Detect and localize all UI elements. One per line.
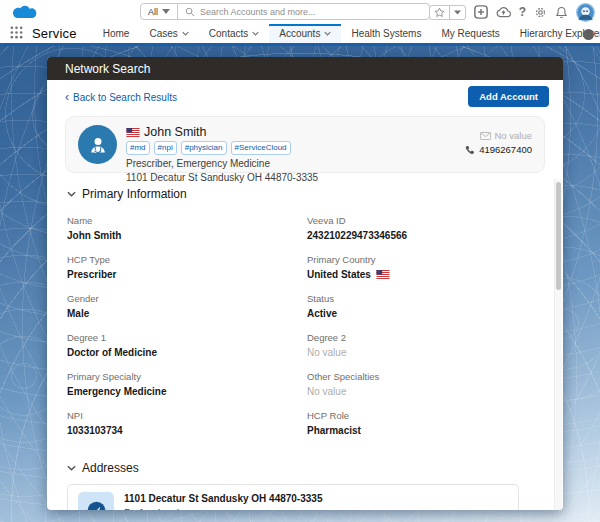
us-flag-icon <box>376 270 390 279</box>
chevron-down-icon <box>67 191 76 197</box>
field-value-text: Pharmacist <box>307 425 361 436</box>
help-icon[interactable]: ? <box>519 6 526 18</box>
addresses-section-toggle[interactable]: Addresses <box>67 461 529 475</box>
contact-summary-card: John Smith #md#npi#physician#ServiceClou… <box>65 116 545 173</box>
field-value-text: 1033103734 <box>67 425 123 436</box>
field-value-text: No value <box>307 347 346 358</box>
contact-email-value: No value <box>495 130 533 141</box>
contact-main: John Smith #md#npi#physician#ServiceClou… <box>126 125 318 164</box>
address-card: 1101 Decatur St Sandusky OH 44870-3335 P… <box>67 484 519 510</box>
field-label: Other Specialties <box>307 371 529 382</box>
favorites-group <box>429 5 466 20</box>
favorites-star-icon[interactable] <box>430 7 449 18</box>
contact-phone-value: 4196267400 <box>479 144 532 155</box>
field-value: Pharmacist <box>307 425 529 436</box>
address-compass-icon <box>78 492 114 510</box>
field-value-text: Active <box>307 308 337 319</box>
search-scope-dropdown[interactable]: All <box>141 4 178 19</box>
field-label: HCP Type <box>67 254 289 265</box>
scrollbar-thumb[interactable] <box>556 182 561 290</box>
field-value: Emergency Medicine <box>67 386 289 397</box>
tag-badge: #md <box>126 141 150 155</box>
search-icon <box>185 7 195 17</box>
setup-gear-icon[interactable] <box>534 6 547 19</box>
field-label: Gender <box>67 293 289 304</box>
field-label: Name <box>67 215 289 226</box>
search-scope-label: All <box>148 7 158 17</box>
user-avatar[interactable] <box>576 3 595 22</box>
field: HCP Type Prescriber <box>67 254 289 280</box>
address-type: Professional <box>124 507 322 511</box>
field-value-text: Prescriber <box>67 269 116 280</box>
salesforce-logo-icon <box>9 2 40 22</box>
favorites-caret-icon[interactable] <box>449 6 465 19</box>
guidance-center-icon[interactable] <box>496 6 511 18</box>
field-value: Male <box>67 308 289 319</box>
chevron-left-icon: ‹ <box>65 91 69 103</box>
global-header: All ? <box>0 0 600 24</box>
nav-tab[interactable]: Contacts <box>199 24 269 43</box>
field: Veeva ID 243210229473346566 <box>307 215 529 241</box>
address-text: 1101 Decatur St Sandusky OH 44870-3335 <box>124 492 322 507</box>
field-label: NPI <box>67 410 289 421</box>
primary-information-fields: Name John Smith Veeva ID 243210229473346… <box>67 215 529 449</box>
chevron-down-icon[interactable] <box>324 31 331 36</box>
chevron-down-icon[interactable] <box>252 31 259 36</box>
nav-tab[interactable]: Home <box>93 24 140 43</box>
tag-badge: #physician <box>181 141 227 155</box>
field-label: HCP Role <box>307 410 529 421</box>
contact-tags: #md#npi#physician#ServiceCloud <box>126 141 318 155</box>
field-value: No value <box>307 386 529 397</box>
notification-bell-icon[interactable] <box>555 6 568 19</box>
address-list: 1101 Decatur St Sandusky OH 44870-3335 P… <box>67 484 529 510</box>
field-value: Doctor of Medicine <box>67 347 289 358</box>
us-flag-icon <box>126 128 140 137</box>
tag-badge: #npi <box>154 141 177 155</box>
quick-add-icon[interactable] <box>474 5 488 19</box>
primary-information-section-toggle[interactable]: Primary Information <box>67 187 529 201</box>
nav-tab[interactable]: My Requests <box>431 24 509 43</box>
field-value-text: Doctor of Medicine <box>67 347 157 358</box>
contact-quick-info: No value 4196267400 <box>465 130 532 155</box>
envelope-icon <box>480 132 491 140</box>
search-input[interactable] <box>200 7 422 17</box>
field: HCP Role Pharmacist <box>307 410 529 436</box>
back-link-label: Back to Search Results <box>73 92 177 103</box>
nav-tab[interactable]: Health Systems <box>341 24 431 43</box>
scrollbar-track[interactable] <box>554 179 562 510</box>
field-value: United States <box>307 269 529 280</box>
field-value: Active <box>307 308 529 319</box>
field: Primary Specialty Emergency Medicine <box>67 371 289 397</box>
chevron-down-icon[interactable] <box>182 31 189 36</box>
search-input-wrap <box>178 4 429 19</box>
field-value: No value <box>307 347 529 358</box>
app-launcher-icon[interactable] <box>10 25 23 43</box>
field: Name John Smith <box>67 215 289 241</box>
field-label: Degree 1 <box>67 332 289 343</box>
nav-tab[interactable]: Cases <box>139 24 198 43</box>
add-account-button[interactable]: Add Account <box>468 86 549 107</box>
back-to-search-results-link[interactable]: ‹ Back to Search Results <box>65 91 177 103</box>
nav-tabs: Home Cases Contacts Accounts <box>93 24 600 43</box>
panel-toolbar: ‹ Back to Search Results Add Account <box>47 80 563 114</box>
nav-tab-label: Home <box>103 28 130 39</box>
detail-scroll-area: Primary Information Name John Smith <box>47 179 563 510</box>
section-heading-label: Primary Information <box>82 187 187 201</box>
field-value-text: John Smith <box>67 230 121 241</box>
field: Primary Country United States <box>307 254 529 280</box>
field: Degree 2 No value <box>307 332 529 358</box>
contact-role-line: Prescriber, Emergency Medicine <box>126 157 318 171</box>
nav-personalization-icon[interactable] <box>583 29 594 40</box>
nav-tab-label: My Requests <box>441 28 499 39</box>
field-value-text: No value <box>307 386 346 397</box>
header-utility-icons: ? <box>429 2 595 22</box>
chevron-down-icon <box>162 9 170 14</box>
desktop-background: { "header": { "search_scope": "All", "se… <box>0 0 600 522</box>
field-value: John Smith <box>67 230 289 241</box>
field-label: Status <box>307 293 529 304</box>
nav-tab-label: Accounts <box>279 28 320 39</box>
nav-tab[interactable]: Accounts <box>269 24 341 43</box>
field: Gender Male <box>67 293 289 319</box>
field-label: Primary Country <box>307 254 529 265</box>
field: NPI 1033103734 <box>67 410 289 436</box>
